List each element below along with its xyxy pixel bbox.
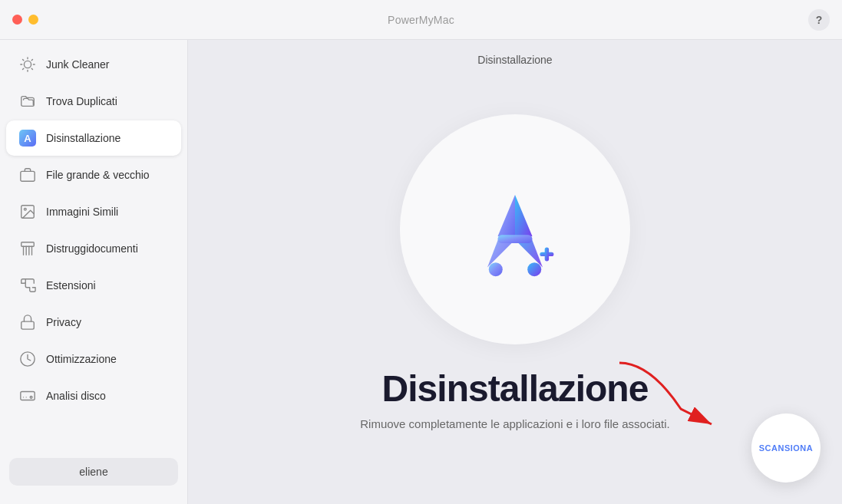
sidebar-item-distruggidocumenti[interactable]: Distruggidocumenti — [6, 231, 181, 266]
svg-rect-14 — [545, 247, 549, 261]
sidebar-item-ottimizzazione[interactable]: Ottimizzazione — [6, 341, 181, 377]
sidebar-item-immagini-simili[interactable]: Immagini Simili — [6, 194, 181, 229]
help-button[interactable]: ? — [808, 9, 830, 31]
shredder-icon — [18, 239, 37, 258]
sidebar-label-ottimizzazione: Ottimizzazione — [46, 353, 117, 365]
sidebar-item-file-grande[interactable]: File grande & vecchio — [6, 157, 181, 193]
sidebar-item-junk-cleaner[interactable]: Junk Cleaner — [6, 47, 181, 82]
svg-point-11 — [489, 262, 503, 276]
sidebar-footer: eliene — [0, 449, 187, 498]
sidebar-label-privacy: Privacy — [46, 316, 81, 328]
sidebar-label-disinstallazione: Disinstallazione — [46, 132, 121, 144]
user-button[interactable]: eliene — [9, 458, 178, 486]
page-title-bar: Disinstallazione — [188, 40, 842, 80]
close-button[interactable] — [12, 15, 22, 25]
image-icon — [18, 203, 37, 221]
sidebar-label-file-grande: File grande & vecchio — [46, 169, 150, 181]
sidebar-item-privacy[interactable]: Privacy — [6, 305, 181, 340]
sidebar-item-disinstallazione[interactable]: A Disinstallazione — [6, 120, 181, 156]
svg-rect-3 — [21, 171, 35, 181]
svg-point-5 — [24, 208, 26, 210]
speedometer-icon — [18, 350, 37, 368]
scan-button-container: SCANSIONA — [751, 413, 821, 483]
svg-text:A: A — [24, 133, 31, 144]
feature-description: Rimuove completamente le applicazioni e … — [360, 417, 670, 430]
sidebar-label-junk-cleaner: Junk Cleaner — [46, 58, 110, 71]
folder-copy-icon — [18, 92, 37, 110]
svg-rect-8 — [21, 392, 35, 400]
hard-drive-icon — [18, 387, 37, 405]
svg-point-12 — [527, 262, 541, 276]
svg-rect-10 — [498, 235, 533, 243]
svg-point-0 — [24, 61, 31, 68]
traffic-lights — [12, 15, 38, 25]
sidebar-label-immagini-simili: Immagini Simili — [46, 206, 118, 218]
svg-point-9 — [30, 396, 32, 398]
app-title: PowerMyMac — [388, 14, 454, 26]
sidebar: Junk Cleaner Trova Duplicati A — [0, 40, 188, 504]
briefcase-icon — [18, 166, 37, 184]
main-layout: Junk Cleaner Trova Duplicati A — [0, 40, 842, 504]
sidebar-label-estensioni: Estensioni — [46, 279, 96, 292]
minimize-button[interactable] — [28, 15, 38, 25]
sidebar-label-analisi-disco: Analisi disco — [46, 390, 106, 402]
app-uninstall-icon: A — [18, 129, 37, 147]
sidebar-item-trova-duplicati[interactable]: Trova Duplicati — [6, 84, 181, 119]
feature-title: Disinstallazione — [382, 367, 649, 410]
scan-button[interactable]: SCANSIONA — [751, 413, 821, 483]
puzzle-icon — [18, 276, 37, 295]
broom-icon — [18, 55, 37, 74]
svg-rect-6 — [21, 242, 35, 247]
lock-icon — [18, 313, 37, 331]
sidebar-label-trova-duplicati: Trova Duplicati — [46, 95, 117, 107]
sidebar-item-estensioni[interactable]: Estensioni — [6, 268, 181, 303]
sidebar-label-distruggidocumenti: Distruggidocumenti — [46, 242, 138, 255]
sidebar-item-analisi-disco[interactable]: Analisi disco — [6, 378, 181, 413]
content-area: Disinstallazione — [188, 40, 842, 504]
svg-rect-7 — [21, 321, 35, 329]
feature-icon-circle — [400, 114, 630, 344]
app-store-icon — [446, 160, 584, 298]
titlebar: PowerMyMac ? — [0, 0, 842, 40]
page-title: Disinstallazione — [477, 54, 552, 66]
